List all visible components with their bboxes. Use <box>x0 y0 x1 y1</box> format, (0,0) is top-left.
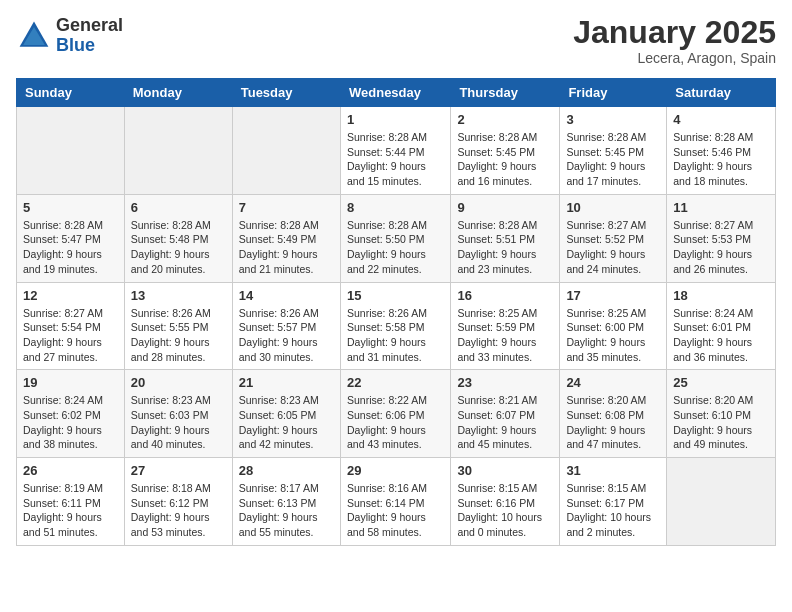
day-info: Sunrise: 8:23 AM Sunset: 6:05 PM Dayligh… <box>239 393 334 452</box>
day-info: Sunrise: 8:25 AM Sunset: 5:59 PM Dayligh… <box>457 306 553 365</box>
empty-cell <box>17 107 125 195</box>
week-row-3: 12Sunrise: 8:27 AM Sunset: 5:54 PM Dayli… <box>17 282 776 370</box>
day-info: Sunrise: 8:28 AM Sunset: 5:44 PM Dayligh… <box>347 130 444 189</box>
week-row-1: 1Sunrise: 8:28 AM Sunset: 5:44 PM Daylig… <box>17 107 776 195</box>
day-info: Sunrise: 8:17 AM Sunset: 6:13 PM Dayligh… <box>239 481 334 540</box>
day-cell-14: 14Sunrise: 8:26 AM Sunset: 5:57 PM Dayli… <box>232 282 340 370</box>
day-number: 10 <box>566 200 660 215</box>
title-area: January 2025 Lecera, Aragon, Spain <box>573 16 776 66</box>
day-cell-10: 10Sunrise: 8:27 AM Sunset: 5:52 PM Dayli… <box>560 194 667 282</box>
page-header: General Blue January 2025 Lecera, Aragon… <box>16 16 776 66</box>
day-info: Sunrise: 8:28 AM Sunset: 5:49 PM Dayligh… <box>239 218 334 277</box>
day-number: 14 <box>239 288 334 303</box>
day-number: 29 <box>347 463 444 478</box>
logo-general: General <box>56 15 123 35</box>
day-cell-16: 16Sunrise: 8:25 AM Sunset: 5:59 PM Dayli… <box>451 282 560 370</box>
day-info: Sunrise: 8:22 AM Sunset: 6:06 PM Dayligh… <box>347 393 444 452</box>
day-info: Sunrise: 8:26 AM Sunset: 5:57 PM Dayligh… <box>239 306 334 365</box>
day-cell-4: 4Sunrise: 8:28 AM Sunset: 5:46 PM Daylig… <box>667 107 776 195</box>
day-number: 5 <box>23 200 118 215</box>
day-cell-9: 9Sunrise: 8:28 AM Sunset: 5:51 PM Daylig… <box>451 194 560 282</box>
logo-text: General Blue <box>56 16 123 56</box>
day-number: 6 <box>131 200 226 215</box>
day-number: 17 <box>566 288 660 303</box>
day-number: 4 <box>673 112 769 127</box>
day-cell-27: 27Sunrise: 8:18 AM Sunset: 6:12 PM Dayli… <box>124 458 232 546</box>
day-number: 3 <box>566 112 660 127</box>
day-cell-8: 8Sunrise: 8:28 AM Sunset: 5:50 PM Daylig… <box>340 194 450 282</box>
weekday-header-row: SundayMondayTuesdayWednesdayThursdayFrid… <box>17 79 776 107</box>
day-cell-15: 15Sunrise: 8:26 AM Sunset: 5:58 PM Dayli… <box>340 282 450 370</box>
weekday-header-thursday: Thursday <box>451 79 560 107</box>
weekday-header-tuesday: Tuesday <box>232 79 340 107</box>
day-info: Sunrise: 8:16 AM Sunset: 6:14 PM Dayligh… <box>347 481 444 540</box>
day-cell-26: 26Sunrise: 8:19 AM Sunset: 6:11 PM Dayli… <box>17 458 125 546</box>
day-number: 15 <box>347 288 444 303</box>
day-info: Sunrise: 8:20 AM Sunset: 6:08 PM Dayligh… <box>566 393 660 452</box>
day-number: 20 <box>131 375 226 390</box>
day-info: Sunrise: 8:28 AM Sunset: 5:50 PM Dayligh… <box>347 218 444 277</box>
weekday-header-sunday: Sunday <box>17 79 125 107</box>
day-cell-28: 28Sunrise: 8:17 AM Sunset: 6:13 PM Dayli… <box>232 458 340 546</box>
day-cell-22: 22Sunrise: 8:22 AM Sunset: 6:06 PM Dayli… <box>340 370 450 458</box>
day-number: 12 <box>23 288 118 303</box>
empty-cell <box>124 107 232 195</box>
day-number: 16 <box>457 288 553 303</box>
weekday-header-friday: Friday <box>560 79 667 107</box>
day-info: Sunrise: 8:24 AM Sunset: 6:02 PM Dayligh… <box>23 393 118 452</box>
day-cell-30: 30Sunrise: 8:15 AM Sunset: 6:16 PM Dayli… <box>451 458 560 546</box>
day-info: Sunrise: 8:21 AM Sunset: 6:07 PM Dayligh… <box>457 393 553 452</box>
day-number: 28 <box>239 463 334 478</box>
weekday-header-monday: Monday <box>124 79 232 107</box>
location-subtitle: Lecera, Aragon, Spain <box>573 50 776 66</box>
week-row-5: 26Sunrise: 8:19 AM Sunset: 6:11 PM Dayli… <box>17 458 776 546</box>
day-cell-19: 19Sunrise: 8:24 AM Sunset: 6:02 PM Dayli… <box>17 370 125 458</box>
day-cell-21: 21Sunrise: 8:23 AM Sunset: 6:05 PM Dayli… <box>232 370 340 458</box>
day-number: 13 <box>131 288 226 303</box>
logo: General Blue <box>16 16 123 56</box>
day-info: Sunrise: 8:18 AM Sunset: 6:12 PM Dayligh… <box>131 481 226 540</box>
day-cell-20: 20Sunrise: 8:23 AM Sunset: 6:03 PM Dayli… <box>124 370 232 458</box>
week-row-4: 19Sunrise: 8:24 AM Sunset: 6:02 PM Dayli… <box>17 370 776 458</box>
day-info: Sunrise: 8:19 AM Sunset: 6:11 PM Dayligh… <box>23 481 118 540</box>
day-cell-1: 1Sunrise: 8:28 AM Sunset: 5:44 PM Daylig… <box>340 107 450 195</box>
day-number: 21 <box>239 375 334 390</box>
week-row-2: 5Sunrise: 8:28 AM Sunset: 5:47 PM Daylig… <box>17 194 776 282</box>
day-number: 31 <box>566 463 660 478</box>
day-number: 7 <box>239 200 334 215</box>
day-info: Sunrise: 8:27 AM Sunset: 5:54 PM Dayligh… <box>23 306 118 365</box>
day-info: Sunrise: 8:25 AM Sunset: 6:00 PM Dayligh… <box>566 306 660 365</box>
day-info: Sunrise: 8:28 AM Sunset: 5:45 PM Dayligh… <box>457 130 553 189</box>
logo-blue: Blue <box>56 35 95 55</box>
day-info: Sunrise: 8:26 AM Sunset: 5:58 PM Dayligh… <box>347 306 444 365</box>
logo-icon <box>16 18 52 54</box>
calendar-table: SundayMondayTuesdayWednesdayThursdayFrid… <box>16 78 776 546</box>
day-info: Sunrise: 8:28 AM Sunset: 5:48 PM Dayligh… <box>131 218 226 277</box>
day-cell-2: 2Sunrise: 8:28 AM Sunset: 5:45 PM Daylig… <box>451 107 560 195</box>
day-number: 24 <box>566 375 660 390</box>
weekday-header-wednesday: Wednesday <box>340 79 450 107</box>
day-cell-18: 18Sunrise: 8:24 AM Sunset: 6:01 PM Dayli… <box>667 282 776 370</box>
day-cell-31: 31Sunrise: 8:15 AM Sunset: 6:17 PM Dayli… <box>560 458 667 546</box>
weekday-header-saturday: Saturday <box>667 79 776 107</box>
day-info: Sunrise: 8:23 AM Sunset: 6:03 PM Dayligh… <box>131 393 226 452</box>
day-number: 27 <box>131 463 226 478</box>
day-cell-29: 29Sunrise: 8:16 AM Sunset: 6:14 PM Dayli… <box>340 458 450 546</box>
day-info: Sunrise: 8:27 AM Sunset: 5:52 PM Dayligh… <box>566 218 660 277</box>
day-cell-11: 11Sunrise: 8:27 AM Sunset: 5:53 PM Dayli… <box>667 194 776 282</box>
day-info: Sunrise: 8:20 AM Sunset: 6:10 PM Dayligh… <box>673 393 769 452</box>
day-cell-24: 24Sunrise: 8:20 AM Sunset: 6:08 PM Dayli… <box>560 370 667 458</box>
day-info: Sunrise: 8:28 AM Sunset: 5:45 PM Dayligh… <box>566 130 660 189</box>
day-number: 26 <box>23 463 118 478</box>
empty-cell <box>667 458 776 546</box>
day-number: 1 <box>347 112 444 127</box>
day-cell-6: 6Sunrise: 8:28 AM Sunset: 5:48 PM Daylig… <box>124 194 232 282</box>
day-info: Sunrise: 8:24 AM Sunset: 6:01 PM Dayligh… <box>673 306 769 365</box>
day-number: 11 <box>673 200 769 215</box>
day-number: 22 <box>347 375 444 390</box>
empty-cell <box>232 107 340 195</box>
day-number: 30 <box>457 463 553 478</box>
day-info: Sunrise: 8:15 AM Sunset: 6:17 PM Dayligh… <box>566 481 660 540</box>
day-info: Sunrise: 8:28 AM Sunset: 5:46 PM Dayligh… <box>673 130 769 189</box>
day-number: 19 <box>23 375 118 390</box>
